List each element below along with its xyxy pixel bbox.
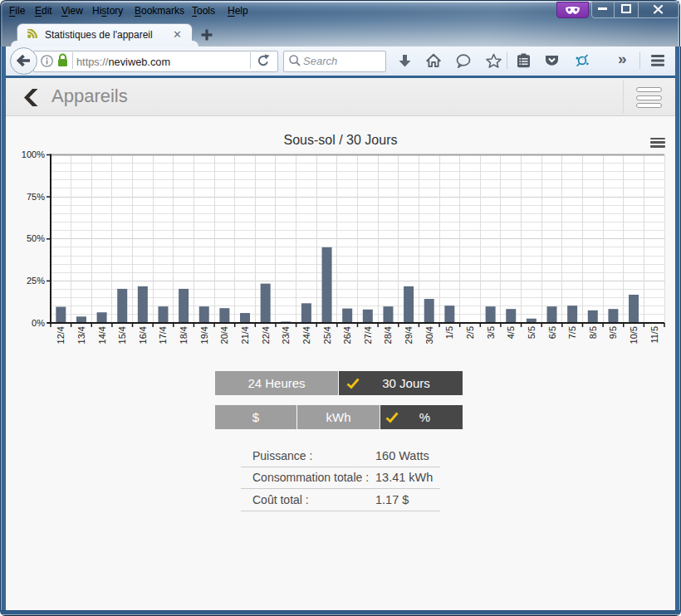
svg-text:22/4: 22/4: [261, 326, 271, 344]
svg-text:15/4: 15/4: [117, 326, 127, 344]
svg-text:4/5: 4/5: [506, 326, 516, 339]
svg-text:18/4: 18/4: [179, 326, 189, 344]
svg-text:27/4: 27/4: [363, 326, 373, 344]
svg-text:10/5: 10/5: [629, 326, 639, 344]
svg-text:3/5: 3/5: [486, 326, 496, 339]
svg-text:28/4: 28/4: [383, 326, 393, 344]
svg-text:19/4: 19/4: [199, 326, 209, 344]
svg-text:25%: 25%: [27, 276, 45, 286]
svg-text:0%: 0%: [32, 318, 45, 328]
svg-text:29/4: 29/4: [404, 326, 414, 344]
svg-text:17/4: 17/4: [158, 326, 168, 344]
svg-text:5/5: 5/5: [527, 326, 536, 339]
svg-text:11/5: 11/5: [649, 326, 659, 344]
svg-text:1/5: 1/5: [444, 326, 454, 339]
svg-text:23/4: 23/4: [281, 326, 291, 344]
svg-text:14/4: 14/4: [97, 326, 107, 344]
svg-text:12/4: 12/4: [56, 326, 66, 344]
svg-text:13/4: 13/4: [76, 326, 86, 344]
svg-text:6/5: 6/5: [547, 326, 557, 339]
svg-text:20/4: 20/4: [219, 326, 229, 344]
svg-text:100%: 100%: [22, 149, 45, 159]
svg-text:2/5: 2/5: [465, 326, 475, 339]
svg-text:75%: 75%: [27, 192, 45, 202]
svg-text:7/5: 7/5: [567, 326, 577, 339]
svg-text:9/5: 9/5: [608, 326, 618, 339]
svg-text:50%: 50%: [27, 233, 45, 243]
svg-text:21/4: 21/4: [240, 326, 250, 344]
svg-text:30/4: 30/4: [424, 326, 434, 344]
svg-text:26/4: 26/4: [342, 326, 352, 344]
svg-text:16/4: 16/4: [138, 326, 148, 344]
svg-text:24/4: 24/4: [301, 326, 311, 344]
svg-text:25/4: 25/4: [322, 326, 332, 344]
svg-text:8/5: 8/5: [588, 326, 598, 339]
